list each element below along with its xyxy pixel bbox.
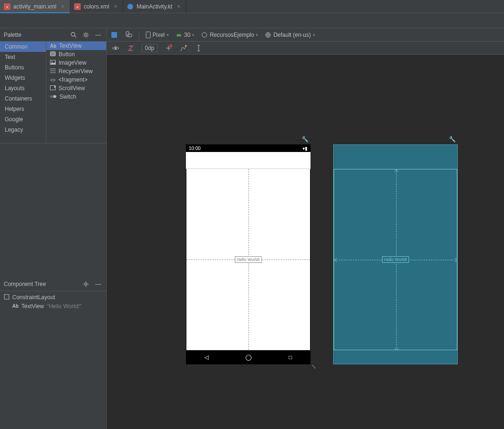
left-panel: Palette — Common Text Buttons Widgets La… (0, 28, 107, 429)
tab-label: colors.xml (84, 3, 109, 10)
tab-label: activity_main.xml (13, 3, 56, 10)
layout-icon (4, 294, 9, 301)
design-toolbar: Pixel▾ 30▾ RecursosEjemplo▾ Default (en-… (107, 28, 504, 42)
locale-select[interactable]: Default (en-us)▾ (265, 32, 315, 38)
palette-categories: Common Text Buttons Widgets Layouts Cont… (0, 42, 46, 143)
svg-line-13 (87, 36, 88, 37)
xml-file-icon: x (4, 3, 10, 10)
svg-line-12 (84, 33, 84, 33)
preview-textview[interactable]: Hello World! (235, 256, 262, 263)
breadcrumb-area (0, 13, 504, 28)
nav-recent-icon: □ (289, 354, 292, 361)
wrench-icon[interactable]: 🔧 (449, 136, 456, 143)
svg-rect-16 (50, 52, 56, 56)
palette-item-imageview[interactable]: ImageView (46, 59, 106, 67)
switch-icon (50, 93, 57, 100)
guidelines-icon[interactable] (194, 44, 203, 52)
tab-main-activity[interactable]: MainActivity.kt × (123, 0, 186, 13)
component-tree-title: Component Tree (4, 281, 46, 287)
palette-cat-buttons[interactable]: Buttons (0, 62, 46, 73)
minimize-icon[interactable]: — (94, 280, 102, 288)
orientation-button[interactable] (125, 31, 132, 39)
svg-point-44 (115, 47, 117, 49)
palette-cat-helpers[interactable]: Helpers (0, 104, 46, 114)
svg-rect-31 (4, 294, 9, 299)
gear-icon[interactable] (82, 280, 90, 288)
text-icon: Ab (50, 43, 56, 49)
device-nav-bar: ◁ ◯ □ (186, 350, 311, 364)
palette-header: Palette — (0, 28, 106, 42)
palette-item-button[interactable]: Button (46, 50, 106, 59)
palette-item-scrollview[interactable]: ScrollView (46, 84, 106, 93)
resize-handle-icon[interactable]: ⤡ (311, 363, 316, 370)
gear-icon[interactable] (82, 31, 90, 39)
svg-text:x: x (6, 5, 8, 9)
svg-line-15 (87, 33, 88, 33)
palette-item-textview[interactable]: Ab TextView (46, 42, 106, 50)
svg-point-26 (84, 283, 87, 285)
palette-cat-text[interactable]: Text (0, 52, 46, 62)
palette-item-fragment[interactable]: <> <fragment> (46, 76, 106, 84)
tree-node-textview[interactable]: Ab TextView "Hello World!" (4, 302, 102, 311)
svg-line-45 (128, 45, 134, 51)
svg-line-6 (75, 35, 76, 37)
palette-cat-legacy[interactable]: Legacy (0, 125, 46, 135)
render-layout-surface[interactable]: Hello World! (186, 169, 310, 350)
palette-cat-widgets[interactable]: Widgets (0, 73, 46, 83)
palette-cat-layouts[interactable]: Layouts (0, 83, 46, 93)
palette-cat-google[interactable]: Google (0, 114, 46, 125)
device-preview-blueprint[interactable]: 🔧 Hello (333, 144, 458, 364)
svg-point-25 (53, 95, 56, 98)
list-icon (50, 68, 56, 75)
design-subtoolbar: 0dp (107, 42, 504, 55)
tab-activity-main[interactable]: x activity_main.xml × (0, 0, 70, 13)
search-icon[interactable] (69, 31, 78, 39)
svg-point-18 (51, 61, 52, 62)
device-select[interactable]: Pixel▾ (146, 32, 169, 38)
eye-icon[interactable] (111, 44, 120, 52)
close-icon[interactable]: × (177, 3, 180, 10)
svg-line-14 (84, 36, 84, 37)
clear-constraints-icon[interactable] (164, 44, 173, 52)
status-time: 10:00 (189, 146, 201, 151)
tree-node-constraintlayout[interactable]: ConstraintLayout (4, 293, 102, 302)
fragment-icon: <> (50, 77, 56, 83)
svg-point-37 (179, 34, 180, 35)
svg-point-36 (177, 34, 178, 35)
palette-cat-containers[interactable]: Containers (0, 93, 46, 104)
design-mode-button[interactable] (110, 31, 118, 39)
close-icon[interactable]: × (61, 3, 64, 10)
close-icon[interactable]: × (114, 3, 117, 10)
default-margin-select[interactable]: 0dp (142, 44, 158, 52)
tab-label: MainActivity.kt (136, 3, 172, 10)
infer-constraints-icon[interactable] (179, 44, 188, 52)
api-select[interactable]: 30▾ (176, 32, 194, 38)
svg-point-7 (84, 34, 87, 36)
autoconnect-icon[interactable] (126, 44, 135, 52)
blueprint-textview[interactable]: Hello World! (382, 256, 409, 263)
device-app-bar (186, 152, 311, 169)
component-tree-body: ConstraintLayout Ab TextView "Hello Worl… (0, 291, 106, 429)
palette-cat-common[interactable]: Common (0, 42, 46, 52)
device-preview-render[interactable]: 🔧 10:00 ▾ ▮ (186, 144, 311, 364)
minimize-icon[interactable]: — (94, 31, 102, 39)
design-canvas[interactable]: 🔧 10:00 ▾ ▮ (107, 55, 504, 429)
svg-point-47 (185, 45, 187, 46)
palette-item-recyclerview[interactable]: RecyclerView (46, 67, 106, 76)
svg-rect-32 (111, 32, 117, 38)
design-surface-panel: Pixel▾ 30▾ RecursosEjemplo▾ Default (en-… (107, 28, 504, 429)
palette-item-switch[interactable]: Switch (46, 93, 106, 101)
palette-body: Common Text Buttons Widgets Layouts Cont… (0, 42, 106, 143)
palette-title: Palette (4, 32, 21, 38)
nav-home-icon: ◯ (245, 354, 252, 361)
blueprint-layout-surface[interactable]: Hello World! (334, 169, 457, 350)
component-tree-header: Component Tree — (0, 278, 106, 291)
svg-text:x: x (76, 5, 78, 9)
scroll-icon (50, 85, 56, 92)
svg-line-39 (180, 34, 181, 34)
svg-point-40 (202, 33, 207, 37)
wrench-icon[interactable]: 🔧 (302, 136, 309, 143)
tab-colors[interactable]: x colors.xml × (70, 0, 123, 13)
theme-select[interactable]: RecursosEjemplo▾ (201, 32, 258, 38)
button-icon (50, 51, 56, 58)
